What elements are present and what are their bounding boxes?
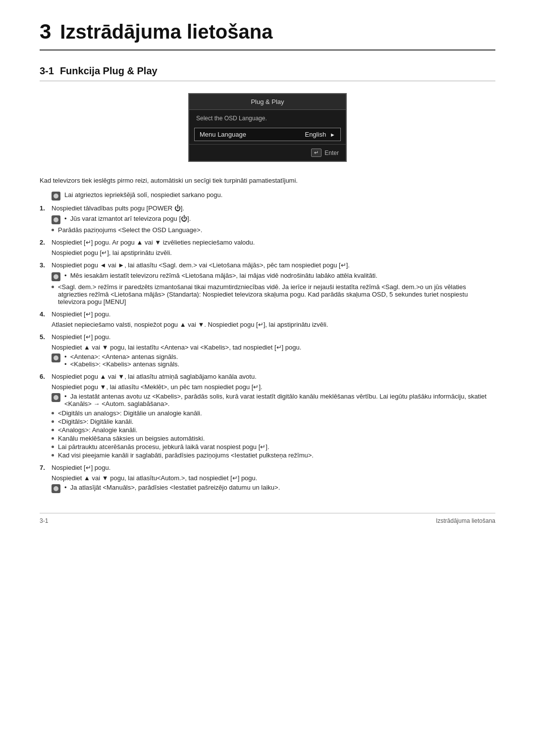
osd-dialog: Plug & Play Select the OSD Language. Men… <box>188 93 347 162</box>
step-4-num: 4. <box>40 310 48 318</box>
section-heading: 3-1 Funkcija Plug & Play <box>40 65 495 81</box>
step-4: 4. Nospiediet [↵] pogu. Atlasiet nepieci… <box>40 310 495 328</box>
step-6-subnote-text: • Ja iestatāt antenas avotu uz <Kabelis>… <box>64 393 495 407</box>
step-5-cont: Nospiediet ▲ vai ▼ pogu, lai iestatītu <… <box>52 344 495 351</box>
step-5-num: 5. <box>40 333 48 341</box>
section-title: Funkcija Plug & Play <box>60 65 158 77</box>
step-6-b5-text: Lai pārtrauktu atcerēšanās procesu, jebk… <box>58 443 269 451</box>
step-6-b3: <Analogs>: Analogie kanāli. <box>52 426 495 434</box>
osd-arrow-icon: ► <box>330 132 335 138</box>
step-2-item: 2. Nospiediet [↵] pogu. Ar pogu ▲ vai ▼ … <box>40 239 495 246</box>
step-4-cont-text: Atlasiet nepieciešamo valsti, nospiežot … <box>52 321 328 328</box>
note-icon-1 <box>52 215 60 224</box>
step-3-item: 3. Nospiediet pogu ◄ vai ►, lai atlasītu… <box>40 261 495 269</box>
step-6-text: Nospiediet pogu ▲ vai ▼, lai atlasītu at… <box>52 373 495 380</box>
bullet-icon <box>52 429 54 431</box>
osd-title: Plug & Play <box>189 94 346 110</box>
step-5-bullet2: • <Kabelis>: <Kabelis> antenas signāls. <box>64 360 179 368</box>
osd-menu-row: Menu Language English ► <box>194 128 341 141</box>
step-7-subnote-text: • Ja atlasījāt <Manuāls>, parādīsies <Ie… <box>64 484 280 491</box>
step-3-subnote: • Mēs iesakām iestatīt televizoru režīmā… <box>52 272 495 281</box>
step-1-item: 1. Nospiediet tālvadības pults pogu [POW… <box>40 204 495 212</box>
step-6-cont: Nospiediet pogu ▼, lai atlasītu <Meklēt>… <box>52 383 495 391</box>
note-icon-5 <box>52 353 60 362</box>
step-6-b2-text: <Digitāls>: Digitālie kanāli. <box>58 418 133 425</box>
step-1-bullet: Parādās paziņojums <Select the OSD Langu… <box>52 226 495 234</box>
osd-row-value: English ► <box>305 131 335 138</box>
chapter-number: 3 <box>40 20 51 44</box>
step-7-cont-text: Nospiediet ▲ vai ▼ pogu, lai atlasītu<Au… <box>52 474 257 482</box>
step-6-b2: <Digitāls>: Digitālie kanāli. <box>52 418 495 425</box>
step-5-subnote: • <Antena>: <Antena> antenas signāls. • … <box>52 353 495 368</box>
chapter-heading: 3 Izstrādājuma lietošana <box>40 20 495 50</box>
step-5-cont-text: Nospiediet ▲ vai ▼ pogu, lai iestatītu <… <box>52 344 301 351</box>
section-number: 3-1 <box>40 65 54 77</box>
note-icon-7 <box>52 484 60 493</box>
step-7-item: 7. Nospiediet [↵] pogu. <box>40 464 495 471</box>
bullet-icon <box>52 437 54 440</box>
step-6-b6-text: Kad visi pieejamie kanāli ir saglabāti, … <box>58 452 314 459</box>
step-6-b4-text: Kanālu meklēšana sāksies un beigsies aut… <box>58 435 205 442</box>
footer-left: 3-1 <box>40 517 48 524</box>
osd-row-label: Menu Language <box>200 131 246 138</box>
step-1-bullet-text: Parādās paziņojums <Select the OSD Langu… <box>58 226 202 234</box>
step-5-item: 5. Nospiediet [↵] pogu. <box>40 333 495 341</box>
intro-text: Kad televizors tiek ieslēgts pirmo reizi… <box>40 176 495 186</box>
note-icon-3 <box>52 272 60 281</box>
osd-footer: ↵ Enter <box>189 144 346 161</box>
step-1-subnote: • Jūs varat izmantot arī televizora pogu… <box>52 215 495 224</box>
step-7-cont: Nospiediet ▲ vai ▼ pogu, lai atlasītu<Au… <box>52 474 495 482</box>
step-6-item: 6. Nospiediet pogu ▲ vai ▼, lai atlasītu… <box>40 373 495 380</box>
bullet-icon <box>52 454 54 456</box>
step-5: 5. Nospiediet [↵] pogu. Nospiediet ▲ vai… <box>40 333 495 368</box>
bullet-icon <box>52 446 54 448</box>
step-5-bullet1: • <Antena>: <Antena> antenas signāls. <box>64 353 179 360</box>
step-4-cont: Atlasiet nepieciešamo valsti, nospiežot … <box>52 321 495 328</box>
step-7-num: 7. <box>40 464 48 471</box>
step-3-bullet1-text: <Sagl. dem.> režīms ir paredzēts izmanto… <box>58 283 495 305</box>
step-3-text: Nospiediet pogu ◄ vai ►, lai atlasītu <S… <box>52 261 495 269</box>
page-footer: 3-1 Izstrādājuma lietošana <box>40 513 495 524</box>
step-6-num: 6. <box>40 373 48 380</box>
osd-dialog-container: Plug & Play Select the OSD Language. Men… <box>40 93 495 162</box>
step-1-subnote-text: • Jūs varat izmantot arī televizora pogu… <box>64 215 191 222</box>
osd-row-value-text: English <box>305 131 326 138</box>
bullet-icon <box>52 420 54 423</box>
bullet-icon <box>52 412 54 414</box>
step-2: 2. Nospiediet [↵] pogu. Ar pogu ▲ vai ▼ … <box>40 239 495 256</box>
step-6-b6: Kad visi pieejamie kanāli ir saglabāti, … <box>52 452 495 459</box>
step-6-b1: <Digitāls un analogs>: Digitālie un anal… <box>52 409 495 417</box>
step-3-bullet1: <Sagl. dem.> režīms ir paredzēts izmanto… <box>52 283 495 305</box>
bullet-icon <box>52 229 54 231</box>
note-back: Lai atgrieztos iepriekšējā solī, nospied… <box>52 191 495 201</box>
step-4-text: Nospiediet [↵] pogu. <box>52 310 495 318</box>
step-1-num: 1. <box>40 204 48 212</box>
step-2-cont-text: Nospiediet pogu [↵], lai apstiprinātu iz… <box>52 249 172 256</box>
step-6: 6. Nospiediet pogu ▲ vai ▼, lai atlasītu… <box>40 373 495 459</box>
note-icon-6 <box>52 393 60 402</box>
step-6-b3-text: <Analogs>: Analogie kanāli. <box>58 426 137 434</box>
step-1-text: Nospiediet tālvadības pults pogu [POWER … <box>52 204 495 212</box>
step-7: 7. Nospiediet [↵] pogu. Nospiediet ▲ vai… <box>40 464 495 493</box>
osd-footer-label: Enter <box>324 150 339 156</box>
step-3: 3. Nospiediet pogu ◄ vai ►, lai atlasītu… <box>40 261 495 305</box>
note-icon <box>52 192 60 201</box>
step-7-text: Nospiediet [↵] pogu. <box>52 464 495 471</box>
step-6-subnote: • Ja iestatāt antenas avotu uz <Kabelis>… <box>52 393 495 407</box>
step-4-item: 4. Nospiediet [↵] pogu. <box>40 310 495 318</box>
step-5-subbullets: • <Antena>: <Antena> antenas signāls. • … <box>64 353 179 368</box>
step-6-b5: Lai pārtrauktu atcerēšanās procesu, jebk… <box>52 443 495 451</box>
step-5-text: Nospiediet [↵] pogu. <box>52 333 495 341</box>
step-6-b1-text: <Digitāls un analogs>: Digitālie un anal… <box>58 409 202 417</box>
osd-subtitle: Select the OSD Language. <box>189 110 346 125</box>
step-3-subnote-text: • Mēs iesakām iestatīt televizoru režīmā… <box>64 272 377 279</box>
step-7-subnote: • Ja atlasījāt <Manuāls>, parādīsies <Ie… <box>52 484 495 493</box>
step-2-text: Nospiediet [↵] pogu. Ar pogu ▲ vai ▼ izv… <box>52 239 495 246</box>
enter-icon: ↵ <box>311 149 321 157</box>
note-back-text: Lai atgrieztos iepriekšējā solī, nospied… <box>64 191 222 199</box>
bullet-icon <box>52 286 54 288</box>
step-3-num: 3. <box>40 261 48 269</box>
step-2-cont: Nospiediet pogu [↵], lai apstiprinātu iz… <box>52 249 495 256</box>
footer-right: Izstrādājuma lietošana <box>436 517 495 524</box>
chapter-title: Izstrādājuma lietošana <box>60 21 272 43</box>
